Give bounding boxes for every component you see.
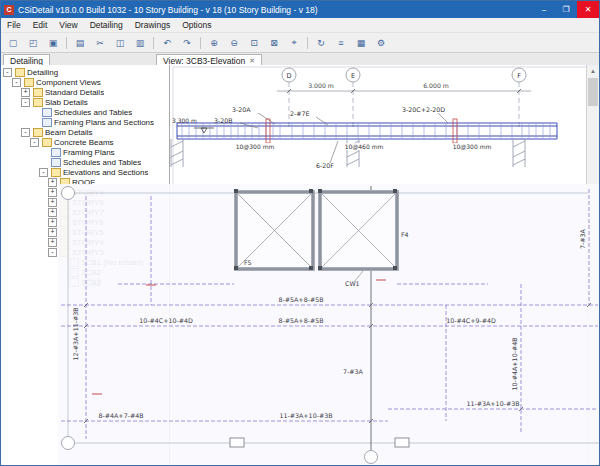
elevator-shaft-right — [320, 192, 397, 269]
title-bar: C CSiDetail v18.0.0 Build 1032 - 10 Stor… — [1, 1, 599, 18]
rebar-section-marks — [92, 280, 386, 394]
tree-item-concrete-beams[interactable]: -Concrete Beams — [1, 137, 169, 147]
callout-2-7e: 2-#7E — [290, 110, 310, 117]
tree-item-framing-plans-and-sections[interactable]: Framing Plans and Sections — [1, 117, 169, 127]
tree-item-beam-schedules-and-tables[interactable]: Schedules and Tables — [1, 157, 169, 167]
plan-section-markers — [230, 438, 409, 447]
document-icon — [51, 158, 61, 167]
tree-item-standard-details[interactable]: +Standard Details — [1, 87, 169, 97]
tree-item-slab-details[interactable]: -Slab Details — [1, 97, 169, 107]
toolbar-separator — [307, 37, 308, 49]
paste-icon[interactable]: ▥ — [131, 34, 149, 51]
level-label: 3.300 m — [172, 117, 197, 124]
save-icon[interactable]: ▣ — [44, 34, 62, 51]
spacing-left: 10@300 mm — [236, 143, 275, 151]
menu-detailing[interactable]: Detailing — [84, 18, 129, 32]
settings-icon[interactable]: ⚙ — [372, 34, 390, 51]
expander-icon[interactable]: - — [30, 138, 39, 147]
rebar-left-mid: 10-#4C+10-#4D — [139, 317, 193, 324]
expander-icon[interactable]: + — [48, 178, 57, 187]
close-button[interactable]: ✕ — [577, 1, 599, 18]
folder-icon — [15, 68, 25, 77]
grid-label-e: E — [351, 72, 355, 80]
minimize-button[interactable]: – — [533, 1, 555, 18]
folder-icon — [42, 138, 52, 147]
menu-view[interactable]: View — [53, 18, 83, 32]
menu-drawings[interactable]: Drawings — [129, 18, 176, 32]
floor-plan-overlay: F5 F4 CW1 — [58, 184, 600, 466]
spacing-middle: 10@460 mm — [345, 143, 384, 151]
zoom-extents-icon[interactable]: ⊠ — [265, 34, 283, 51]
folder-icon — [24, 78, 34, 87]
copy-icon[interactable]: ◫ — [111, 34, 129, 51]
expander-icon[interactable] — [39, 148, 48, 157]
tree-item-framing-plans[interactable]: Framing Plans — [1, 147, 169, 157]
label-cw1: CW1 — [345, 280, 360, 287]
scroll-up-icon[interactable]: ▲ — [587, 65, 599, 77]
redo-icon[interactable]: ↷ — [178, 34, 196, 51]
expander-icon[interactable] — [39, 158, 48, 167]
folder-icon — [33, 128, 43, 137]
maximize-button[interactable]: ❐ — [555, 1, 577, 18]
folder-icon — [33, 88, 43, 97]
expander-icon[interactable] — [30, 118, 39, 127]
app-icon: C — [4, 5, 14, 15]
menu-edit[interactable]: Edit — [27, 18, 54, 32]
rebar-right-mid: 10-#4C+9-#4D — [446, 317, 496, 324]
cut-icon[interactable]: ✂ — [91, 34, 109, 51]
rebar-bottom-right: 11-#3A+10-#3B — [466, 400, 519, 407]
zoom-out-icon[interactable]: ⊖ — [225, 34, 243, 51]
expander-icon[interactable]: + — [21, 88, 30, 97]
open-icon[interactable]: ◰ — [24, 34, 42, 51]
folder-icon — [51, 168, 61, 177]
dim-6000: 6.000 m — [423, 82, 449, 89]
tree-item-component-views[interactable]: -Component Views — [1, 77, 169, 87]
expander-icon[interactable] — [30, 108, 39, 117]
expander-icon[interactable]: + — [48, 218, 57, 227]
tab-close-icon[interactable]: ✕ — [249, 57, 255, 65]
zoom-in-icon[interactable]: ⊕ — [205, 34, 223, 51]
expander-icon[interactable]: - — [3, 68, 12, 77]
refresh-icon[interactable]: ↻ — [312, 34, 330, 51]
rebar-bottom-left: 8-#4A+7-#4B — [98, 412, 143, 419]
stirrups — [182, 123, 550, 139]
expander-icon[interactable]: + — [48, 238, 57, 247]
layers-icon[interactable]: ≡ — [332, 34, 350, 51]
rebar-bottom-center: 11-#3A+10-#3B — [279, 412, 332, 419]
menu-file[interactable]: File — [1, 18, 27, 32]
expander-icon[interactable]: - — [39, 168, 48, 177]
expander-icon[interactable]: - — [12, 78, 21, 87]
expander-icon[interactable]: - — [21, 98, 30, 107]
tree-item-elevations-and-sections[interactable]: -Elevations and Sections — [1, 167, 169, 177]
table-icon[interactable]: ▦ — [352, 34, 370, 51]
toolbar-separator — [66, 37, 67, 49]
folder-icon — [33, 98, 43, 107]
print-icon[interactable]: ▤ — [71, 34, 89, 51]
rebar-right-vertical: 10-#4A+10-#4B — [511, 337, 518, 390]
tree-item-detailing[interactable]: -Detailing — [1, 67, 169, 77]
menu-options[interactable]: Options — [176, 18, 217, 32]
expander-icon[interactable]: + — [48, 198, 57, 207]
expander-icon[interactable]: + — [48, 208, 57, 217]
label-f5: F5 — [244, 259, 252, 266]
expander-icon[interactable]: - — [48, 248, 57, 257]
tree-item-beam-details[interactable]: -Beam Details — [1, 127, 169, 137]
longitudinal-rebar — [177, 126, 557, 136]
grid-bubbles: D E F — [282, 68, 526, 82]
elevator-shaft-left — [236, 192, 313, 269]
pan-icon[interactable]: ⌖ — [285, 34, 303, 51]
zoom-window-icon[interactable]: ⊡ — [245, 34, 263, 51]
callout-3-20b: 3-20B — [214, 117, 233, 124]
rebar-center-small: 7-#3A — [343, 368, 364, 375]
scrollbar-thumb[interactable] — [588, 78, 598, 106]
expander-icon[interactable]: + — [48, 188, 57, 197]
callout-3-20c-2-20d: 3-20C+2-20D — [402, 106, 445, 113]
dim-3000: 3.000 m — [308, 82, 334, 89]
expander-icon[interactable]: - — [21, 128, 30, 137]
tree-item-slab-schedules-and-tables[interactable]: Schedules and Tables — [1, 107, 169, 117]
floor-plan-drawing: F5 F4 CW1 — [58, 184, 600, 466]
undo-icon[interactable]: ↶ — [158, 34, 176, 51]
expander-icon[interactable]: + — [48, 228, 57, 237]
rebar-left-vertical: 12-#3A+11-#3B — [72, 307, 79, 360]
new-icon[interactable]: ▢ — [4, 34, 22, 51]
